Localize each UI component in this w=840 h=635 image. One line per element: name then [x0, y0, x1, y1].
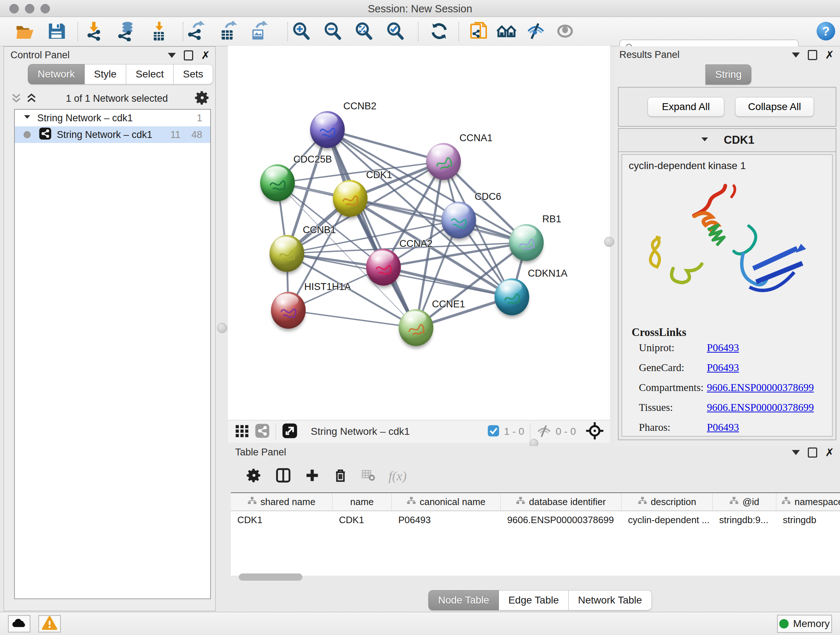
help-button[interactable]: ?	[815, 21, 837, 43]
column-header-canonical-name[interactable]: canonical name	[392, 493, 501, 510]
column-header-name[interactable]: name	[332, 493, 392, 510]
tab-sets[interactable]: Sets	[174, 64, 213, 84]
panel-float-icon[interactable]	[184, 50, 193, 60]
node-count: 11	[171, 129, 180, 141]
fit-content-crosshair-icon[interactable]	[585, 421, 604, 442]
table-settings-gear-icon[interactable]	[246, 467, 262, 485]
warning-button[interactable]	[38, 615, 61, 632]
table-cell[interactable]: CDK1	[332, 515, 392, 526]
column-header--id[interactable]: @id	[713, 493, 776, 510]
network-node-ccne1[interactable]	[399, 309, 433, 346]
network-node-cdc6[interactable]	[441, 202, 476, 239]
tab-select[interactable]: Select	[126, 64, 174, 84]
network-node-ccna2[interactable]	[366, 249, 401, 286]
crosslink-pharos[interactable]: P06493	[707, 421, 739, 433]
table-cell[interactable]: 9606.ENSP00000378699	[501, 515, 622, 526]
open-session-button[interactable]	[14, 21, 36, 43]
network-canvas[interactable]: CCNB2CCNA1CDC25BCDK1CDC6RB1CCNB1CCNA2CDK…	[228, 46, 610, 420]
visibility-button[interactable]	[554, 21, 576, 43]
panel-close-icon[interactable]: ✗	[201, 50, 210, 61]
crosslink-uniprot[interactable]: P06493	[707, 342, 739, 354]
string-view-icon[interactable]	[255, 423, 270, 440]
network-node-ccnb1[interactable]	[270, 235, 304, 272]
network-node-cdk1[interactable]	[333, 180, 368, 217]
node-table[interactable]: shared namenamecanonical namedatabase id…	[231, 492, 840, 576]
hidden-eye-icon[interactable]	[536, 423, 552, 440]
network-edge[interactable]	[288, 310, 416, 328]
zoom-out-button[interactable]	[321, 21, 344, 43]
table-cell[interactable]: P06493	[392, 515, 501, 526]
zoom-fit-button[interactable]	[352, 21, 375, 43]
network-collection-row[interactable]: String Network – cdk1 1	[15, 110, 210, 126]
delete-table-icon[interactable]	[361, 468, 376, 484]
export-network-button[interactable]	[185, 21, 207, 43]
column-header-shared-name[interactable]: shared name	[231, 493, 332, 510]
share-document-button[interactable]	[467, 21, 490, 43]
panel-close-icon[interactable]: ✗	[825, 50, 834, 60]
expand-all-icon[interactable]	[24, 92, 39, 105]
memory-button[interactable]: Memory	[777, 615, 832, 633]
crosslink-compartments[interactable]: 9606.ENSP00000378699	[707, 382, 814, 394]
table-cell[interactable]: cyclin-dependent ...	[622, 515, 713, 526]
column-header-database-identifier[interactable]: database identifier	[501, 493, 622, 510]
panel-menu-icon[interactable]	[792, 450, 800, 455]
network-home-button[interactable]	[495, 21, 518, 43]
function-builder-icon[interactable]: f(x)	[388, 469, 407, 484]
tab-network-table[interactable]: Network Table	[569, 590, 652, 610]
zoom-in-button[interactable]	[290, 21, 312, 43]
save-session-button[interactable]	[45, 21, 68, 43]
panel-float-icon[interactable]	[808, 50, 817, 60]
expand-all-button[interactable]: Expand All	[647, 97, 724, 117]
import-network-button[interactable]	[84, 21, 107, 43]
tab-network[interactable]: Network	[28, 64, 85, 84]
delete-column-trash-icon[interactable]	[333, 468, 348, 485]
table-row[interactable]: CDK1CDK1P064939606.ENSP00000378699cyclin…	[231, 511, 840, 529]
splitter-grip[interactable]	[217, 323, 227, 333]
import-database-button[interactable]	[115, 21, 138, 43]
zoom-selected-button[interactable]	[384, 21, 406, 43]
tab-node-table[interactable]: Node Table	[428, 590, 499, 610]
splitter-grip[interactable]	[604, 237, 614, 247]
table-cell[interactable]: CDK1	[231, 515, 332, 526]
table-cell[interactable]: stringdb:9...	[713, 515, 776, 526]
network-node-ccnb2[interactable]	[310, 111, 345, 148]
network-node-rb1[interactable]	[509, 224, 544, 261]
network-edge[interactable]	[384, 267, 512, 297]
network-node-cdc25b[interactable]	[260, 165, 295, 201]
crosslink-label: Compartments:	[639, 382, 707, 394]
panel-float-icon[interactable]	[808, 448, 817, 458]
export-table-button[interactable]	[216, 21, 239, 43]
tree-expander-icon[interactable]	[23, 112, 32, 124]
panel-menu-icon[interactable]	[792, 52, 800, 57]
network-row[interactable]: String Network – cdk1 11 48	[15, 126, 210, 143]
detach-view-icon[interactable]	[282, 423, 298, 440]
panel-close-icon[interactable]: ✗	[825, 447, 834, 458]
add-row-plus-icon[interactable]	[305, 468, 320, 485]
network-node-hist1h1a[interactable]	[271, 292, 306, 329]
network-node-ccna1[interactable]	[426, 143, 461, 180]
birdseye-grid-icon[interactable]	[234, 423, 249, 440]
tab-edge-table[interactable]: Edge Table	[499, 590, 569, 610]
network-options-gear-icon[interactable]	[194, 90, 210, 107]
panel-menu-icon[interactable]	[168, 53, 176, 58]
refresh-button[interactable]	[428, 21, 450, 43]
tab-string[interactable]: String	[706, 65, 752, 85]
collapse-all-button[interactable]: Collapse All	[735, 97, 814, 117]
crosslink-genecard[interactable]: P06493	[707, 362, 739, 374]
protein-section-header[interactable]: CDK1	[619, 129, 836, 152]
column-header-description[interactable]: description	[622, 493, 713, 510]
table-cell[interactable]: stringdb	[776, 515, 840, 526]
tab-style[interactable]: Style	[85, 64, 126, 84]
collapse-all-icon[interactable]	[9, 92, 24, 105]
cloud-button[interactable]	[8, 615, 30, 632]
export-image-button[interactable]	[247, 21, 270, 43]
import-table-button[interactable]	[148, 21, 170, 43]
selected-checkbox-icon[interactable]	[487, 424, 500, 439]
column-header-namespace[interactable]: namespace	[776, 493, 840, 510]
section-collapse-icon[interactable]	[700, 135, 709, 146]
table-hscrollbar-thumb[interactable]	[239, 573, 302, 581]
add-column-icon[interactable]	[275, 467, 292, 485]
hide-unselected-button[interactable]	[524, 21, 547, 43]
network-node-cdkn1a[interactable]	[494, 279, 529, 315]
crosslink-tissues[interactable]: 9606.ENSP00000378699	[707, 402, 814, 413]
